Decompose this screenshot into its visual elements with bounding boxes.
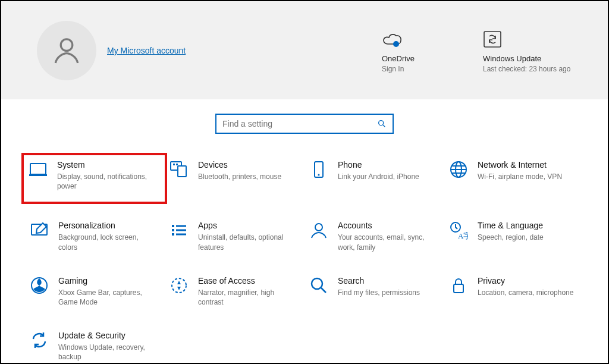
category-title: System xyxy=(57,160,159,170)
devices-icon xyxy=(168,160,190,181)
category-title: Ease of Access xyxy=(198,276,299,285)
category-sub: Your accounts, email, sync, work, family xyxy=(338,233,438,252)
privacy-icon xyxy=(448,276,469,297)
windows-update-tile[interactable]: Windows Update Last checked: 23 hours ag… xyxy=(483,27,584,74)
category-sub: Link your Android, iPhone xyxy=(338,172,438,181)
category-title: Privacy xyxy=(478,276,578,285)
windows-update-icon xyxy=(483,27,584,48)
category-gaming[interactable]: GamingXbox Game Bar, captures, Game Mode xyxy=(25,272,165,310)
category-accounts[interactable]: AccountsYour accounts, email, sync, work… xyxy=(304,217,444,255)
category-time[interactable]: Time & LanguageSpeech, region, date xyxy=(444,217,584,255)
category-apps[interactable]: AppsUninstall, defaults, optional featur… xyxy=(165,217,304,255)
searchcat-icon xyxy=(308,276,329,297)
category-sub: Narrator, magnifier, high contrast xyxy=(198,288,299,307)
accounts-icon xyxy=(308,221,329,242)
category-ease[interactable]: Ease of AccessNarrator, magnifier, high … xyxy=(165,272,304,310)
system-icon xyxy=(27,160,49,181)
category-network[interactable]: Network & InternetWi-Fi, airplane mode, … xyxy=(444,156,584,200)
category-sub: Display, sound, notifications, power xyxy=(57,172,159,191)
category-title: Update & Security xyxy=(58,331,159,340)
svg-rect-2 xyxy=(484,32,501,47)
account-block[interactable]: My Microsoft account xyxy=(37,21,186,80)
category-sub: Bluetooth, printers, mouse xyxy=(198,172,299,181)
category-sub: Speech, region, date xyxy=(478,233,578,242)
category-sub: Find my files, permissions xyxy=(338,288,438,297)
updatecat-icon xyxy=(29,331,50,352)
settings-search[interactable] xyxy=(215,114,394,134)
search-icon xyxy=(377,119,387,128)
search-input[interactable] xyxy=(222,119,377,128)
network-icon xyxy=(448,160,469,181)
ease-icon xyxy=(168,276,190,297)
category-sub: Xbox Game Bar, captures, Game Mode xyxy=(58,288,159,307)
category-sub: Uninstall, defaults, optional features xyxy=(198,233,299,252)
ms-account-link[interactable]: My Microsoft account xyxy=(107,46,186,55)
svg-point-0 xyxy=(61,39,73,51)
category-sub: Windows Update, recovery, backup xyxy=(58,343,159,362)
windows-update-sub: Last checked: 23 hours ago xyxy=(483,64,584,74)
category-title: Time & Language xyxy=(478,221,578,230)
svg-point-1 xyxy=(393,41,399,47)
category-devices[interactable]: DevicesBluetooth, printers, mouse xyxy=(165,156,304,200)
category-title: Apps xyxy=(198,221,299,230)
personalization-icon xyxy=(29,221,50,242)
user-avatar-icon xyxy=(37,21,96,80)
category-title: Accounts xyxy=(338,221,438,230)
phone-icon xyxy=(308,160,329,181)
onedrive-title: OneDrive xyxy=(382,54,483,63)
category-privacy[interactable]: PrivacyLocation, camera, microphone xyxy=(444,272,584,310)
category-title: Devices xyxy=(198,160,299,170)
apps-icon xyxy=(168,221,190,242)
category-personalization[interactable]: PersonalizationBackground, lock screen, … xyxy=(25,217,165,255)
settings-categories-grid: SystemDisplay, sound, notifications, pow… xyxy=(1,140,608,364)
category-sub: Location, camera, microphone xyxy=(478,288,578,297)
onedrive-sub: Sign In xyxy=(382,64,483,74)
time-icon xyxy=(448,221,469,242)
settings-header: My Microsoft account OneDrive Sign In Wi… xyxy=(1,1,608,99)
category-sub: Background, lock screen, colors xyxy=(58,233,159,252)
category-title: Search xyxy=(338,276,438,285)
category-sub: Wi-Fi, airplane mode, VPN xyxy=(478,172,578,181)
category-updatecat[interactable]: Update & SecurityWindows Update, recover… xyxy=(25,327,165,364)
category-title: Gaming xyxy=(58,276,159,285)
category-system[interactable]: SystemDisplay, sound, notifications, pow… xyxy=(21,153,167,204)
category-title: Network & Internet xyxy=(478,160,578,170)
category-searchcat[interactable]: SearchFind my files, permissions xyxy=(304,272,444,310)
gaming-icon xyxy=(29,276,50,297)
category-title: Personalization xyxy=(58,221,159,230)
search-row xyxy=(1,99,608,140)
onedrive-tile[interactable]: OneDrive Sign In xyxy=(382,27,483,74)
svg-point-3 xyxy=(379,121,384,125)
category-phone[interactable]: PhoneLink your Android, iPhone xyxy=(304,156,444,200)
category-title: Phone xyxy=(338,160,438,170)
onedrive-cloud-icon xyxy=(382,27,483,48)
windows-update-title: Windows Update xyxy=(483,54,584,63)
